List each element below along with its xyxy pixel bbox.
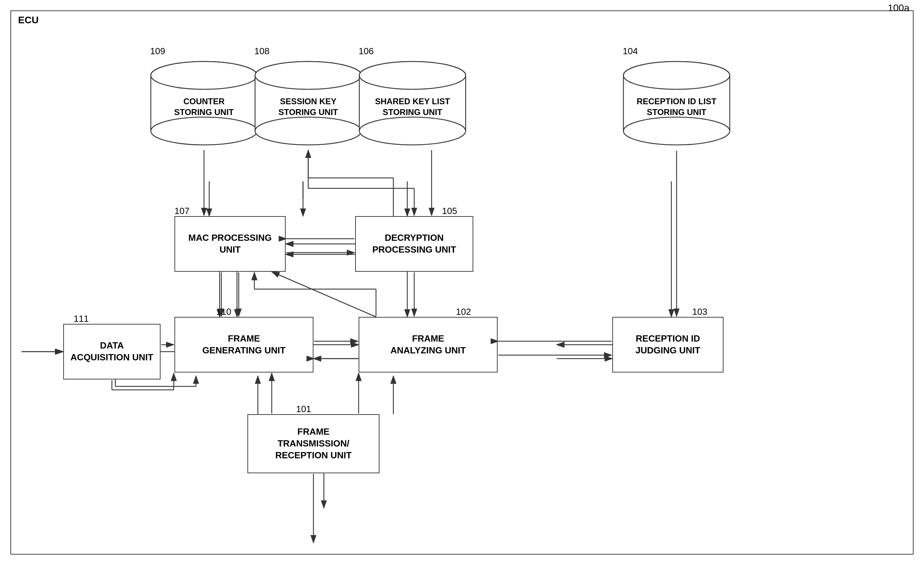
- counter-storing-unit: COUNTERSTORING UNIT: [150, 56, 258, 150]
- svg-point-36: [359, 61, 466, 89]
- svg-line-13: [272, 272, 376, 317]
- ref-102: 102: [456, 306, 471, 317]
- decryption-processing-unit: DECRYPTIONPROCESSING UNIT: [355, 216, 473, 272]
- reception-id-list-storing-label: RECEPTION ID LISTSTORING UNIT: [637, 96, 716, 117]
- svg-point-31: [255, 117, 362, 145]
- frame-analyzing-unit: FRAMEANALYZING UNIT: [358, 317, 498, 373]
- svg-point-28: [151, 61, 257, 89]
- svg-point-32: [255, 61, 362, 89]
- shared-key-list-storing-label: SHARED KEY LISTSTORING UNIT: [375, 96, 450, 117]
- reception-id-judging-unit: RECEPTION IDJUDGING UNIT: [612, 317, 723, 373]
- svg-point-40: [623, 61, 730, 89]
- svg-point-35: [359, 117, 466, 145]
- ref-main: 100a: [888, 2, 909, 13]
- mac-processing-unit: MAC PROCESSINGUNIT: [174, 216, 286, 272]
- reception-id-list-storing-unit: RECEPTION ID LISTSTORING UNIT: [623, 56, 730, 150]
- frame-tx-rx-unit: FRAMETRANSMISSION/RECEPTION UNIT: [248, 414, 380, 473]
- counter-storing-label: COUNTERSTORING UNIT: [174, 96, 234, 117]
- ref-107: 107: [174, 206, 189, 216]
- svg-point-39: [623, 117, 730, 145]
- session-key-storing-label: SESSION KEYSTORING UNIT: [278, 96, 338, 117]
- ref-111: 111: [74, 313, 88, 324]
- ref-110: 110: [216, 306, 231, 317]
- session-key-storing-unit: SESSION KEYSTORING UNIT: [254, 56, 362, 150]
- ref-101: 101: [296, 404, 311, 415]
- ref-104: 104: [623, 46, 638, 57]
- ref-105: 105: [442, 206, 457, 216]
- ecu-label: ECU: [18, 15, 39, 26]
- svg-point-27: [151, 117, 257, 145]
- ref-103: 103: [692, 306, 707, 317]
- ref-106: 106: [358, 46, 374, 57]
- data-acquisition-unit: DATAACQUISITION UNIT: [63, 324, 160, 379]
- ref-108: 108: [254, 46, 269, 57]
- diagram-container: ECU 100a: [10, 10, 914, 555]
- ref-109: 109: [150, 46, 165, 57]
- frame-generating-unit: FRAMEGENERATING UNIT: [174, 317, 314, 373]
- shared-key-list-storing-unit: SHARED KEY LISTSTORING UNIT: [358, 56, 466, 150]
